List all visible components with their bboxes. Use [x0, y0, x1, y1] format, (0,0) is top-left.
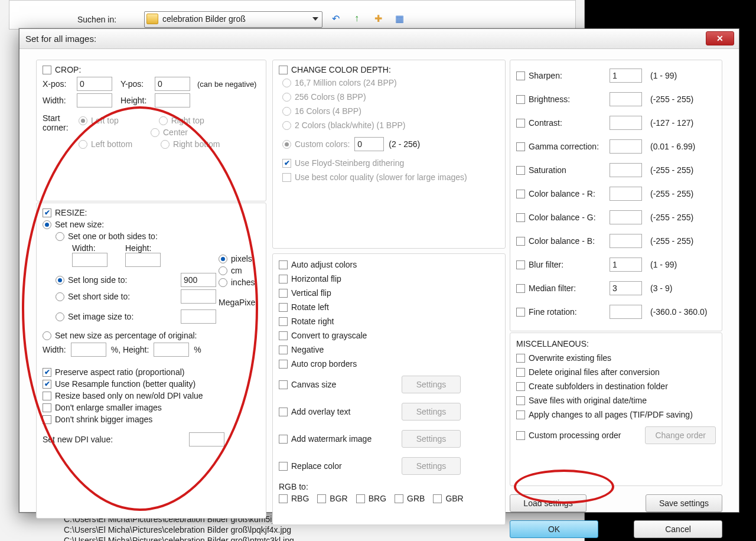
- dpi-input[interactable]: [189, 432, 224, 447]
- resample-checkbox[interactable]: Use Resample function (better quality): [43, 379, 195, 389]
- ypos-input[interactable]: [155, 77, 190, 91]
- unit-cm-radio[interactable]: cm: [219, 266, 260, 275]
- set-percent-radio[interactable]: Set new size as percentage of original:: [43, 331, 197, 340]
- dpi-only-checkbox[interactable]: Resize based only on new/old DPI value: [43, 391, 203, 400]
- custom-order-checkbox[interactable]: Custom processing order: [516, 431, 621, 440]
- resize-width-input[interactable]: [72, 253, 107, 267]
- overwrite-checkbox[interactable]: Overwrite existing files: [516, 353, 716, 363]
- depth-1bpp-radio[interactable]: 2 Colors (black/white) (1 BPP): [282, 120, 499, 130]
- set-long-radio[interactable]: Set long side to:: [56, 275, 127, 285]
- median-input[interactable]: [610, 281, 642, 295]
- cbb-checkbox[interactable]: Color balance - B:: [516, 236, 605, 246]
- folder-combo[interactable]: celebration Bilder groß: [144, 11, 322, 28]
- unit-inches-radio[interactable]: inches: [219, 278, 260, 287]
- crop-checkbox[interactable]: CROP:: [43, 65, 81, 74]
- preserve-checkbox[interactable]: Preserve aspect ratio (proportional): [43, 367, 184, 377]
- up-icon[interactable]: ↑: [350, 11, 364, 25]
- corner-center-radio[interactable]: Center: [151, 128, 188, 137]
- vflip-checkbox[interactable]: Vertical flip: [279, 288, 499, 298]
- crop-height-input[interactable]: [155, 93, 190, 107]
- negative-checkbox[interactable]: Negative: [279, 345, 499, 354]
- canvas-settings-button[interactable]: Settings: [402, 376, 461, 393]
- depth-4bpp-radio[interactable]: 16 Colors (4 BPP): [282, 106, 499, 116]
- sharpen-checkbox[interactable]: Sharpen:: [516, 71, 605, 80]
- auto-adjust-checkbox[interactable]: Auto adjust colors: [279, 260, 499, 269]
- gbr-checkbox[interactable]: GBR: [433, 494, 463, 503]
- depth-checkbox[interactable]: CHANGE COLOR DEPTH:: [279, 65, 391, 74]
- set-new-size-radio[interactable]: Set new size:: [43, 220, 104, 229]
- rbg-checkbox[interactable]: RBG: [279, 494, 309, 503]
- canvas-checkbox[interactable]: Canvas size: [279, 380, 397, 389]
- delete-original-checkbox[interactable]: Delete original files after conversion: [516, 367, 716, 377]
- best-quality-checkbox[interactable]: Use best color quality (slower for large…: [282, 172, 499, 182]
- back-icon[interactable]: ↶: [328, 11, 343, 25]
- brightness-checkbox[interactable]: Brightness:: [516, 94, 605, 104]
- saturation-checkbox[interactable]: Saturation: [516, 165, 605, 175]
- saturation-input[interactable]: [610, 163, 642, 177]
- watermark-checkbox[interactable]: Add watermark image: [279, 434, 397, 444]
- fine-rotation-checkbox[interactable]: Fine rotation:: [516, 307, 605, 317]
- replace-settings-button[interactable]: Settings: [402, 457, 461, 475]
- watermark-settings-button[interactable]: Settings: [402, 430, 461, 448]
- cbr-input[interactable]: [610, 187, 642, 201]
- no-shrink-checkbox[interactable]: Don't shrink bigger images: [43, 415, 152, 424]
- mp-input[interactable]: [181, 309, 216, 324]
- cancel-button[interactable]: Cancel: [634, 520, 722, 538]
- rotate-right-checkbox[interactable]: Rotate right: [279, 317, 499, 326]
- short-side-input[interactable]: [181, 289, 216, 304]
- overlay-checkbox[interactable]: Add overlay text: [279, 407, 397, 416]
- set-short-radio[interactable]: Set short side to:: [56, 292, 130, 301]
- corner-rt-radio[interactable]: Right top: [159, 116, 204, 125]
- crop-width-input[interactable]: [77, 93, 112, 107]
- no-enlarge-checkbox[interactable]: Don't enlarge smaller images: [43, 403, 162, 412]
- median-checkbox[interactable]: Median filter:: [516, 283, 605, 293]
- brg-checkbox[interactable]: BRG: [356, 494, 386, 503]
- contrast-checkbox[interactable]: Contrast:: [516, 118, 605, 128]
- cbg-input[interactable]: [610, 210, 642, 224]
- new-folder-icon[interactable]: ✚: [371, 11, 385, 25]
- close-button[interactable]: ✕: [706, 31, 734, 45]
- fs-dither-checkbox[interactable]: Use Floyd-Steinberg dithering: [282, 158, 499, 168]
- bgr-checkbox[interactable]: BGR: [317, 494, 347, 503]
- ok-button[interactable]: OK: [510, 520, 598, 538]
- depth-custom-radio[interactable]: Custom colors:: [282, 139, 350, 149]
- set-sides-radio[interactable]: Set one or both sides to:: [56, 232, 158, 241]
- rotate-left-checkbox[interactable]: Rotate left: [279, 302, 499, 312]
- view-icon[interactable]: ▦: [392, 11, 406, 25]
- load-settings-button[interactable]: Load settings: [510, 494, 586, 512]
- corner-lb-radio[interactable]: Left bottom: [79, 139, 132, 149]
- cbb-input[interactable]: [610, 234, 642, 248]
- depth-8bpp-radio[interactable]: 256 Colors (8 BPP): [282, 92, 499, 102]
- change-order-button[interactable]: Change order: [645, 426, 716, 444]
- subfolders-checkbox[interactable]: Create subfolders in destination folder: [516, 382, 716, 391]
- fine-rotation-input[interactable]: [610, 305, 642, 319]
- corner-lt-radio[interactable]: Left top: [79, 116, 119, 125]
- sharpen-input[interactable]: [610, 69, 642, 83]
- save-settings-button[interactable]: Save settings: [646, 494, 722, 512]
- save-date-checkbox[interactable]: Save files with original date/time: [516, 396, 716, 405]
- depth-24bpp-radio[interactable]: 16,7 Million colors (24 BPP): [282, 78, 499, 87]
- gamma-checkbox[interactable]: Gamma correction:: [516, 142, 605, 151]
- overlay-settings-button[interactable]: Settings: [402, 403, 461, 421]
- brightness-input[interactable]: [610, 92, 642, 106]
- corner-rb-radio[interactable]: Right bottom: [161, 139, 220, 149]
- hflip-checkbox[interactable]: Horizontal flip: [279, 274, 499, 283]
- grayscale-checkbox[interactable]: Convert to grayscale: [279, 331, 499, 340]
- unit-pixels-radio[interactable]: pixels: [219, 254, 260, 263]
- blur-checkbox[interactable]: Blur filter:: [516, 260, 605, 269]
- pct-width-input[interactable]: [71, 343, 106, 357]
- contrast-input[interactable]: [610, 116, 642, 130]
- pct-height-input[interactable]: [154, 343, 189, 357]
- long-side-input[interactable]: [181, 273, 216, 287]
- resize-height-input[interactable]: [125, 253, 161, 267]
- gamma-input[interactable]: [610, 139, 642, 154]
- blur-input[interactable]: [610, 258, 642, 272]
- cbg-checkbox[interactable]: Color balance - G:: [516, 213, 605, 222]
- replace-color-checkbox[interactable]: Replace color: [279, 461, 397, 471]
- depth-custom-input[interactable]: [354, 137, 384, 151]
- auto-crop-checkbox[interactable]: Auto crop borders: [279, 359, 499, 369]
- cbr-checkbox[interactable]: Color balance - R:: [516, 189, 605, 198]
- resize-checkbox[interactable]: RESIZE:: [43, 208, 87, 217]
- grb-checkbox[interactable]: GRB: [395, 494, 425, 503]
- set-mp-radio[interactable]: Set image size to:: [56, 312, 133, 321]
